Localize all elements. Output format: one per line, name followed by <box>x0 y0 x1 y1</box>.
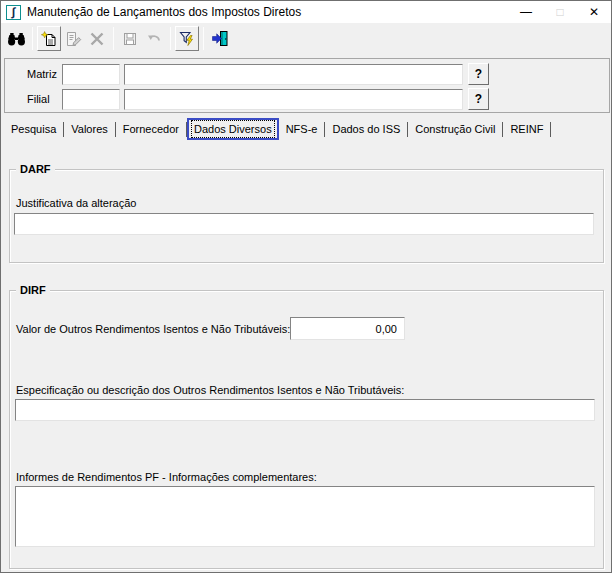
delete-x-icon <box>89 31 105 47</box>
tab-valores[interactable]: Valores <box>64 120 114 138</box>
save-record-button <box>118 26 142 51</box>
informes-rendimentos-label: Informes de Rendimentos PF - Informações… <box>16 471 317 483</box>
tab-fornecedor[interactable]: Fornecedor <box>116 120 186 138</box>
justificativa-input[interactable] <box>14 213 594 235</box>
exit-door-icon <box>211 30 229 47</box>
minimize-button[interactable]: — <box>509 1 543 23</box>
toolbar <box>1 23 611 54</box>
justificativa-label: Justificativa da alteração <box>16 197 136 209</box>
new-document-icon <box>41 31 57 47</box>
tab-dados-diversos[interactable]: Dados Diversos <box>187 118 279 140</box>
tab-pesquisa[interactable]: Pesquisa <box>4 120 63 138</box>
tab-nfse[interactable]: NFS-e <box>279 120 325 138</box>
undo-button <box>142 26 166 51</box>
maximize-button: □ <box>543 1 577 23</box>
filial-label: Filial <box>27 93 50 105</box>
close-button[interactable]: ✕ <box>577 1 611 23</box>
matriz-label: Matriz <box>27 68 57 80</box>
edit-document-icon <box>65 31 82 47</box>
matriz-lookup-button[interactable]: ? <box>468 63 489 85</box>
app-icon: ∫ <box>6 5 21 20</box>
tab-reinf[interactable]: REINF <box>503 120 550 138</box>
filter-lightning-icon <box>179 31 195 47</box>
toolbar-separator <box>170 27 171 50</box>
dirf-groupbox: DIRF Valor de Outros Rendimentos Isentos… <box>9 290 604 569</box>
edit-record-button <box>61 26 85 51</box>
company-panel: Matriz ? Filial ? <box>4 58 610 113</box>
darf-group-title: DARF <box>16 163 55 175</box>
delete-record-button <box>85 26 109 51</box>
undo-arrow-icon <box>146 31 162 47</box>
filial-lookup-button[interactable]: ? <box>468 88 489 110</box>
darf-groupbox: DARF Justificativa da alteração <box>9 169 604 263</box>
titlebar: ∫ Manutenção de Lançamentos dos Impostos… <box>1 1 611 23</box>
valor-outros-rendimentos-input[interactable] <box>290 317 405 340</box>
filial-name-input[interactable] <box>124 89 463 110</box>
window-controls: — □ ✕ <box>509 1 611 23</box>
binoculars-icon <box>7 31 26 47</box>
toolbar-separator <box>32 27 33 50</box>
search-button[interactable] <box>4 26 28 51</box>
tab-separator <box>550 122 551 137</box>
toolbar-separator <box>203 27 204 50</box>
filter-button[interactable] <box>175 26 199 51</box>
matriz-name-input[interactable] <box>124 64 463 85</box>
valor-outros-rendimentos-label: Valor de Outros Rendimentos Isentos e Nã… <box>16 323 290 335</box>
filial-code-input[interactable] <box>62 89 120 110</box>
exit-button[interactable] <box>208 26 232 51</box>
new-record-button[interactable] <box>37 26 61 51</box>
save-floppy-icon <box>122 31 138 47</box>
tab-dados-do-iss[interactable]: Dados do ISS <box>325 120 407 138</box>
especificacao-input[interactable] <box>15 399 595 421</box>
toolbar-separator <box>113 27 114 50</box>
matriz-code-input[interactable] <box>62 64 120 85</box>
app-window: ∫ Manutenção de Lançamentos dos Impostos… <box>0 0 612 573</box>
window-title: Manutenção de Lançamentos dos Impostos D… <box>27 5 301 19</box>
dirf-group-title: DIRF <box>16 284 50 296</box>
tab-construcao-civil[interactable]: Construção Civil <box>408 120 502 138</box>
informes-rendimentos-textarea[interactable] <box>15 486 595 547</box>
tab-bar: Pesquisa Valores Fornecedor Dados Divers… <box>4 118 551 140</box>
especificacao-label: Especificação ou descrição dos Outros Re… <box>16 384 404 396</box>
